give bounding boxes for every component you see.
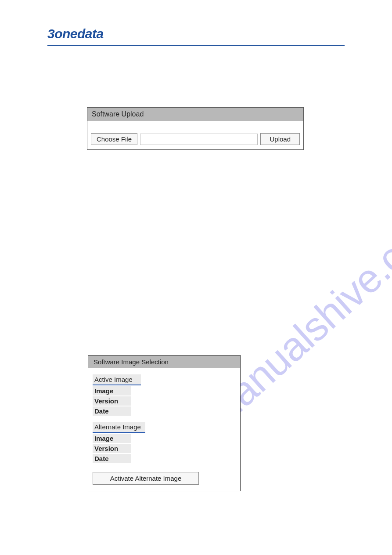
field-label-version: Version bbox=[93, 444, 131, 453]
upload-body: Choose File Upload bbox=[87, 121, 303, 149]
alternate-image-section: Alternate Image Image Version Date bbox=[88, 416, 240, 463]
field-label-date: Date bbox=[93, 406, 131, 416]
page-header: 3onedata bbox=[47, 26, 345, 46]
table-row: Version bbox=[93, 444, 236, 453]
table-row: Version bbox=[93, 396, 236, 406]
file-path-field[interactable] bbox=[140, 134, 258, 145]
header-rule bbox=[47, 45, 345, 46]
document-page: 3onedata manualshive.com Software Upload… bbox=[0, 0, 392, 555]
software-upload-panel: Software Upload Choose File Upload bbox=[87, 107, 304, 150]
choose-file-button[interactable]: Choose File bbox=[91, 133, 137, 145]
table-row: Image bbox=[93, 434, 236, 443]
field-label-image: Image bbox=[93, 434, 131, 443]
brand-logo: 3onedata bbox=[47, 26, 345, 41]
table-row: Image bbox=[93, 386, 236, 395]
panel-title: Software Upload bbox=[87, 108, 303, 121]
active-image-heading: Active Image bbox=[93, 374, 141, 385]
activate-alternate-image-button[interactable]: Activate Alternate Image bbox=[93, 472, 199, 485]
software-image-selection-panel: Software Image Selection Active Image Im… bbox=[88, 355, 241, 491]
active-image-section: Active Image Image Version Date bbox=[88, 368, 240, 416]
upload-button[interactable]: Upload bbox=[260, 133, 300, 145]
panel-title: Software Image Selection bbox=[88, 355, 240, 368]
alternate-image-heading: Alternate Image bbox=[93, 422, 145, 433]
table-row: Date bbox=[93, 406, 236, 416]
table-row: Date bbox=[93, 454, 236, 463]
panel-footer: Activate Alternate Image bbox=[88, 463, 240, 491]
field-label-image: Image bbox=[93, 386, 131, 395]
field-label-date: Date bbox=[93, 454, 131, 463]
field-label-version: Version bbox=[93, 396, 131, 406]
